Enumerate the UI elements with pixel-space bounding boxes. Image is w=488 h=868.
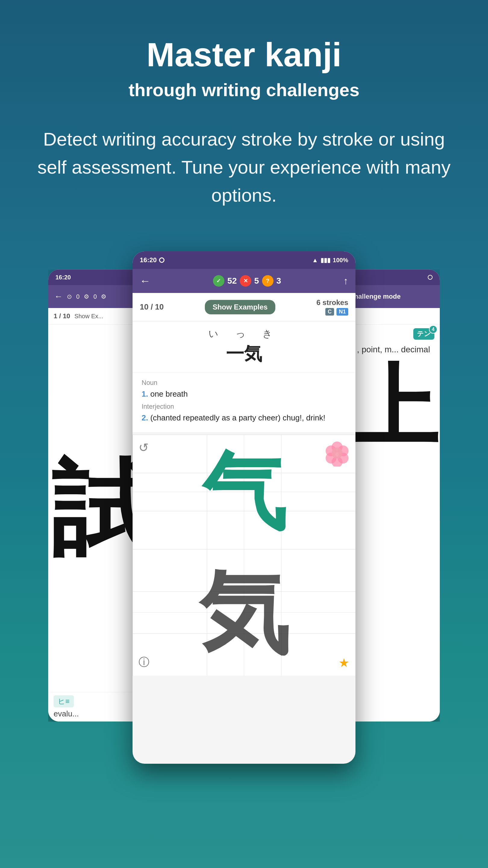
center-status-time: 16:20 (140, 256, 157, 264)
nav-scores: ✓ 52 ✕ 5 ? 3 (213, 275, 281, 287)
svg-point-6 (332, 447, 343, 458)
star-button[interactable]: ★ (338, 656, 350, 670)
left-score1: 0 (76, 293, 79, 300)
kanji-drawn-top: 气 (133, 435, 355, 549)
strokes-info-block: 6 strokes C N1 (317, 299, 348, 315)
badge-label: テン (417, 330, 431, 338)
def-text-2: (chanted repeatedly as a party cheer) ch… (150, 413, 325, 422)
drawing-area-bottom: 気 ⓘ ★ (133, 549, 355, 676)
left-show-examples-text: Show Ex... (74, 313, 103, 320)
correct-count: 52 (227, 276, 237, 286)
correct-badge: ✓ (213, 275, 224, 287)
center-status-icon (159, 257, 164, 263)
center-phone: 16:20 ▲ ▮▮▮ 100% ← ✓ 52 ✕ 5 (133, 251, 355, 764)
wrong-badge: ✕ (240, 275, 251, 287)
strokes-badges: C N1 (317, 308, 348, 315)
unknown-badge: ? (262, 275, 273, 287)
def-num-1: 1. (141, 390, 148, 398)
badge-c: C (325, 308, 334, 315)
left-score2: 0 (93, 293, 97, 300)
reading-kanji: 一気 (138, 342, 350, 366)
signal-icon: ▮▮▮ (321, 256, 330, 264)
upload-button[interactable]: ↑ (344, 276, 348, 287)
wrong-count: 5 (254, 276, 259, 286)
teal-badge: テン 4 (413, 328, 434, 340)
strokes-text: 6 strokes (317, 299, 348, 307)
check-icon: ✓ (216, 278, 221, 284)
left-hiragana-badge: ヒ≡ (54, 695, 74, 707)
definition-area: Noun 1. one breath Interjection 2. (chan… (133, 373, 355, 432)
center-nav-bar: ← ✓ 52 ✕ 5 ? 3 ↑ (133, 269, 355, 293)
center-back-button[interactable]: ← (140, 275, 151, 287)
flower-hint (324, 439, 351, 467)
word-class-interjection: Interjection (141, 403, 347, 410)
reset-button-top[interactable]: ↺ (138, 441, 149, 455)
left-gear2-icon: ⚙ (101, 293, 106, 300)
hero-title: Master kanji (24, 36, 464, 73)
center-progress: 10 / 10 (140, 302, 164, 312)
teal-badge-container: テン 4 (413, 328, 434, 340)
badge-n1: N1 (336, 308, 348, 315)
definition-1: 1. one breath (141, 389, 347, 399)
badge-number: 4 (429, 325, 437, 334)
spot-rest-text: , point, m... decimal (357, 345, 430, 354)
right-kanji-big: 上 (348, 361, 438, 451)
kanji-drawn-bottom: 気 (133, 549, 355, 676)
def-num-2: 2. (141, 413, 148, 422)
hero-section: Master kanji through writing challenges … (0, 0, 488, 227)
battery-text: 100% (333, 257, 348, 264)
show-examples-button[interactable]: Show Examples (205, 300, 275, 314)
left-target-icon: ⊙ (67, 293, 72, 300)
drawing-area-top: ↺ 气 (133, 435, 355, 549)
content-header: 10 / 10 Show Examples 6 strokes C N1 (133, 293, 355, 321)
center-status-bar: 16:20 ▲ ▮▮▮ 100% (133, 251, 355, 269)
reading-hiragana: い っ き (138, 327, 350, 341)
info-button[interactable]: ⓘ (138, 655, 150, 670)
left-gear-icon: ⚙ (84, 293, 89, 300)
unknown-count: 3 (276, 276, 281, 286)
left-back-icon[interactable]: ← (54, 292, 63, 301)
hero-subtitle: through writing challenges (24, 79, 464, 101)
wifi-icon: ▲ (312, 257, 318, 264)
kanji-reading-display: い っ き 一気 (133, 321, 355, 372)
hero-description: Detect writing accuracy stroke by stroke… (33, 125, 455, 209)
def-text-1: one breath (150, 390, 188, 398)
word-class-noun: Noun (141, 379, 347, 387)
right-nav-title: Challenge mode (350, 293, 401, 301)
right-status-circle (428, 275, 432, 280)
left-progress-text: 1 / 10 (54, 312, 70, 320)
phones-container: 16:20 ← ⊙ 0 ⚙ 0 ⚙ 1 / 10 Show Ex... 試 ヒ≡… (0, 251, 488, 868)
left-status-time: 16:20 (56, 274, 71, 281)
cross-icon: ✕ (243, 278, 248, 284)
definition-2: 2. (chanted repeatedly as a party cheer)… (141, 412, 347, 423)
question-icon: ? (266, 278, 269, 284)
